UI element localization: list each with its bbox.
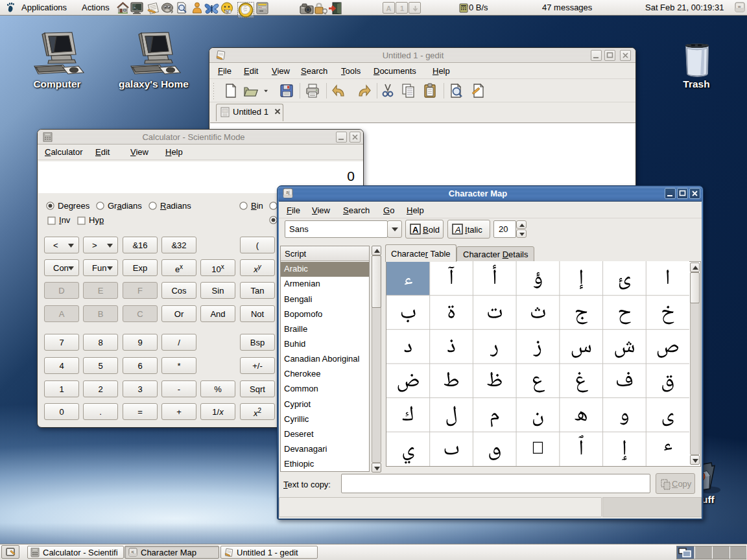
svg-text:1: 1 <box>400 5 404 12</box>
svg-text:A: A <box>412 225 419 235</box>
svg-text:w: w <box>737 5 741 8</box>
svg-text:aj: aj <box>286 190 290 195</box>
svg-text:A: A <box>455 225 461 235</box>
svg-text:A: A <box>386 5 392 12</box>
svg-text:aj: aj <box>131 550 134 554</box>
svg-text:hi!: hi! <box>226 10 230 14</box>
svg-text:>_: >_ <box>134 6 139 10</box>
